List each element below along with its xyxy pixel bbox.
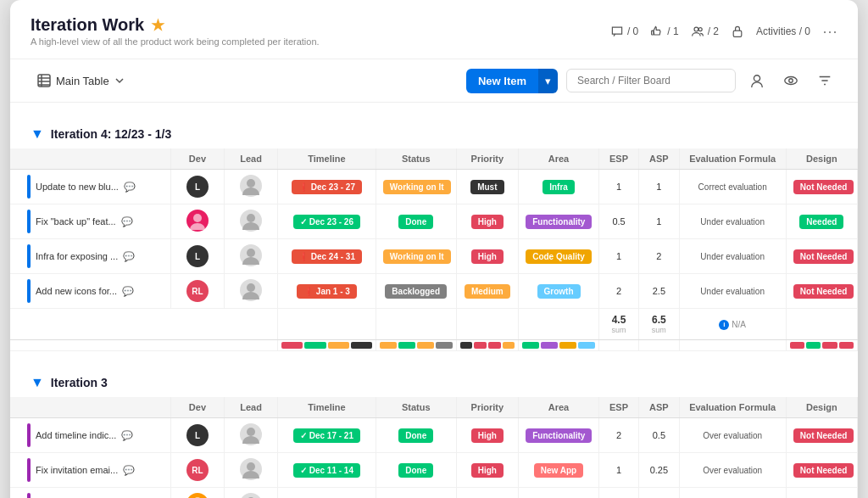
col-header-task — [10, 148, 170, 170]
comment-icon[interactable]: 💬 — [121, 216, 133, 227]
sum-row: 4.5 sum 6.5 sum i N/A — [10, 309, 858, 340]
search-input[interactable] — [566, 69, 736, 92]
comment-icon[interactable]: 💬 — [122, 286, 134, 297]
dev-avatar: RL — [186, 280, 209, 302]
eye-icon-button[interactable] — [778, 68, 804, 93]
col-header-asp: ASP — [639, 148, 679, 170]
app-container: Iteration Work ★ A high-level view of al… — [10, 0, 858, 498]
comment-icon[interactable]: 💬 — [121, 430, 133, 441]
new-item-button[interactable]: New Item ▾ — [466, 69, 558, 93]
asp-cell: 2 — [639, 239, 679, 274]
col-header-timeline: Timeline — [278, 148, 376, 170]
na-text: N/A — [732, 320, 746, 329]
svg-rect-0 — [652, 31, 654, 35]
main-table-button[interactable]: Main Table — [31, 70, 131, 91]
dev-avatar: L — [186, 245, 209, 267]
filter-icon-button[interactable] — [812, 68, 837, 93]
iteration-4-title: Iteration 4: 12/23 - 1/3 — [51, 127, 171, 141]
iteration-3-table: Dev Lead Timeline Status Priority Area E… — [10, 397, 858, 498]
lead-avatar — [240, 458, 262, 480]
esp-cell: 0.5 — [598, 204, 638, 239]
design-cell: Not Needed — [786, 274, 857, 309]
chevron-down-icon — [114, 76, 125, 86]
new-item-dropdown-button[interactable]: ▾ — [538, 69, 558, 93]
dev-face-avatar — [186, 493, 209, 498]
asp-cell: 2.5 — [639, 274, 679, 309]
more-options-icon[interactable]: ⋯ — [822, 22, 837, 41]
task-name: Add new icons for... — [36, 286, 117, 296]
header-title-row: Iteration Work ★ — [31, 15, 320, 35]
dev-cell: L — [170, 418, 224, 453]
priority-cell: Medium — [456, 488, 519, 499]
status-badge: Working on It — [383, 249, 451, 264]
priority-cell: High — [456, 239, 519, 274]
status-badge: Working on It — [383, 180, 451, 194]
design-badge: Needed — [799, 215, 843, 229]
comment-icon[interactable]: 💬 — [123, 251, 135, 262]
task-cell: Add timeline indic... 💬 — [10, 418, 170, 453]
area-badge: Growth — [537, 284, 581, 299]
eval-cell: Correct evaluation — [679, 488, 786, 499]
sum-timeline — [278, 309, 376, 340]
esp-sum-label: sum — [606, 326, 632, 334]
svg-point-11 — [789, 79, 793, 83]
design-cell: Not Needed — [786, 239, 857, 274]
design-cell: Needed — [786, 204, 857, 239]
comment-icon[interactable]: 💬 — [123, 465, 135, 476]
task-cell: Infra for exposing ... 💬 — [10, 239, 170, 274]
thumb-action[interactable]: / 1 — [650, 25, 678, 38]
chat-count: / 0 — [627, 25, 638, 37]
iteration-3-expand-icon[interactable]: ▼ — [31, 375, 44, 390]
iteration-4-expand-icon[interactable]: ▼ — [31, 126, 44, 142]
user-icon-button[interactable] — [744, 68, 770, 93]
activities-action[interactable]: Activities / 0 — [756, 25, 810, 37]
user-icon — [749, 73, 765, 88]
area-cell: Functionality — [519, 204, 599, 239]
table-icon — [37, 74, 51, 87]
svg-point-1 — [694, 27, 698, 31]
design-cell: Not Needed — [786, 488, 857, 499]
task-cell: Update to new blu... 💬 — [10, 170, 170, 204]
col-header-timeline-3: Timeline — [278, 397, 376, 418]
area-cell: New App — [519, 453, 599, 488]
col-header-area: Area — [519, 148, 599, 170]
task-name: Fix invitation emai... — [36, 465, 118, 475]
lead-avatar — [240, 279, 262, 301]
lead-avatar — [240, 244, 262, 266]
task-name: Update to new blu... — [36, 182, 119, 192]
color-status — [376, 340, 456, 351]
lock-action[interactable] — [731, 25, 744, 38]
esp-cell: 2 — [598, 418, 638, 453]
col-header-priority-3: Priority — [456, 397, 519, 418]
sum-asp: 6.5 sum — [639, 309, 679, 340]
thumb-icon — [650, 25, 664, 38]
comment-icon[interactable]: 💬 — [124, 182, 136, 193]
svg-rect-3 — [733, 31, 742, 36]
status-cell: Done — [376, 488, 456, 499]
esp-cell: 1 — [598, 453, 638, 488]
task-cell: Fix invitation emai... 💬 — [10, 453, 170, 488]
table-row: Add new icons for... 💬 RL ❗ Jan 1 - 3 Ba… — [10, 274, 858, 309]
esp-sum-value: 4.5 — [612, 314, 626, 326]
task-cell: Add new icons for... 💬 — [10, 274, 170, 309]
people-action[interactable]: / 2 — [691, 25, 719, 38]
timeline-cell: ❗ Dec 24 - 31 — [278, 239, 376, 274]
timeline-cell: ❗ Jan 1 - 3 — [278, 274, 376, 309]
chat-action[interactable]: / 0 — [610, 25, 638, 38]
main-table-label: Main Table — [56, 75, 109, 87]
asp-cell: 1 — [639, 170, 679, 204]
svg-point-13 — [247, 179, 255, 187]
iteration-4-table: Dev Lead Timeline Status Priority Area E… — [10, 148, 858, 351]
status-cell: Done — [376, 418, 456, 453]
table-row: List of relevant ids... 💬 ✓ Dec 17 - 19 … — [10, 488, 858, 499]
new-item-main-button[interactable]: New Item — [466, 69, 538, 93]
eval-cell: Under evaluation — [679, 204, 786, 239]
info-icon: i — [719, 320, 729, 330]
design-badge: Not Needed — [793, 463, 854, 478]
area-badge: Functionality — [526, 428, 592, 443]
area-badge: Code Quality — [526, 249, 592, 264]
star-icon[interactable]: ★ — [151, 16, 164, 35]
iteration-3-title: Iteration 3 — [51, 376, 108, 389]
iteration-3-table-wrapper: Dev Lead Timeline Status Priority Area E… — [10, 397, 858, 498]
iteration-3-header: ▼ Iteration 3 — [10, 368, 858, 397]
